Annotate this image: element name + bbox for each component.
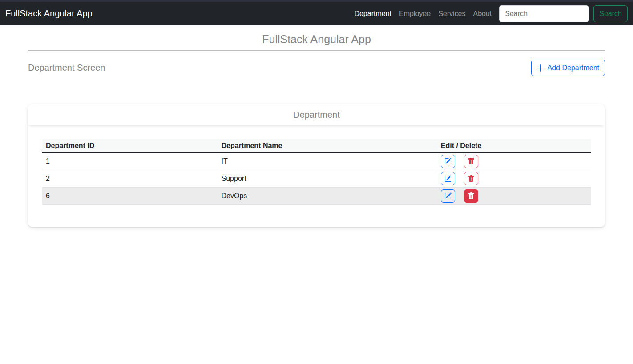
nav-link-department[interactable]: Department (354, 10, 391, 18)
table-row: 2 Support (42, 170, 591, 187)
row-actions-cell (437, 187, 591, 204)
pencil-square-icon (444, 158, 452, 165)
column-header-department-name: Department Name (218, 139, 437, 152)
pencil-square-icon (444, 192, 452, 200)
table-row: 6 DevOps (42, 187, 591, 204)
nav-link-employee[interactable]: Employee (399, 10, 431, 18)
title-divider (28, 50, 605, 51)
section-header: Department Screen Add Department (28, 60, 605, 76)
department-table: Department ID Department Name Edit / Del… (42, 139, 591, 205)
edit-button[interactable] (441, 189, 455, 203)
table-row: 1 IT (42, 152, 591, 170)
trash-icon (468, 192, 475, 200)
page-container: FullStack Angular App Department Screen … (28, 33, 605, 227)
department-name-cell: DevOps (218, 187, 437, 204)
trash-icon (468, 175, 475, 182)
edit-button[interactable] (441, 155, 455, 168)
card-title: Department (28, 104, 605, 125)
column-header-edit-delete: Edit / Delete (437, 139, 591, 152)
page-title: FullStack Angular App (28, 33, 605, 46)
row-actions-cell (437, 152, 591, 170)
navbar-brand[interactable]: FullStack Angular App (5, 8, 93, 19)
column-header-department-id: Department ID (42, 139, 218, 152)
delete-button[interactable] (464, 189, 478, 203)
department-id-cell: 6 (42, 187, 218, 204)
trash-icon (468, 158, 475, 165)
department-id-cell: 1 (42, 152, 218, 170)
row-actions-cell (437, 170, 591, 187)
department-name-cell: Support (218, 170, 437, 187)
nav-link-about[interactable]: About (473, 10, 492, 18)
section-heading: Department Screen (28, 63, 105, 73)
card-body: Department ID Department Name Edit / Del… (28, 125, 605, 205)
department-id-cell: 2 (42, 170, 218, 187)
delete-button[interactable] (464, 155, 478, 168)
edit-button[interactable] (441, 172, 455, 185)
add-department-button[interactable]: Add Department (531, 60, 605, 76)
table-header-row: Department ID Department Name Edit / Del… (42, 139, 591, 152)
department-card: Department Department ID Department Name… (28, 104, 605, 227)
nav-link-services[interactable]: Services (438, 10, 465, 18)
navbar-right-group: Department Employee Services About Searc… (354, 5, 628, 22)
pencil-square-icon (444, 175, 452, 182)
search-input[interactable] (499, 5, 589, 22)
delete-button[interactable] (464, 172, 478, 185)
search-button[interactable]: Search (593, 5, 628, 22)
department-name-cell: IT (218, 152, 437, 170)
add-department-label: Add Department (547, 64, 599, 72)
plus-icon (537, 64, 544, 72)
navbar: FullStack Angular App Department Employe… (0, 2, 633, 25)
